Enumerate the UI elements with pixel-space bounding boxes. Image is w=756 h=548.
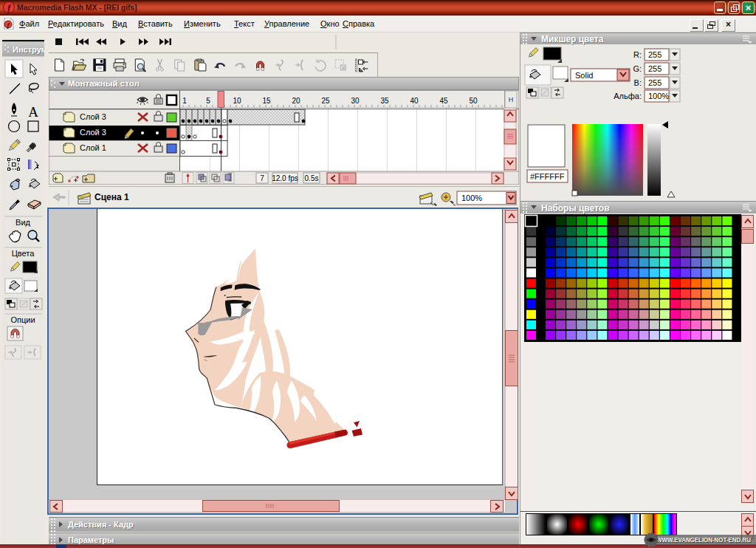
svg-text:100%: 100%	[461, 193, 482, 202]
svg-text:Solid: Solid	[575, 71, 593, 80]
svg-text:255: 255	[648, 78, 662, 87]
svg-text:255: 255	[648, 50, 662, 59]
svg-text:15: 15	[262, 97, 271, 105]
svg-text:Слой 3: Слой 3	[80, 128, 106, 137]
svg-text:Цвета: Цвета	[12, 249, 35, 258]
svg-text:35: 35	[380, 97, 389, 105]
svg-text:10: 10	[233, 97, 241, 105]
svg-text:5: 5	[206, 97, 210, 105]
svg-text:Слой 1: Слой 1	[80, 143, 106, 152]
svg-text:30: 30	[351, 97, 360, 105]
svg-text:0.5s: 0.5s	[305, 174, 319, 182]
svg-text:7: 7	[260, 174, 264, 182]
svg-text:255: 255	[648, 64, 662, 73]
svg-text:12.0 fps: 12.0 fps	[272, 174, 298, 182]
svg-text:G:: G:	[633, 64, 642, 73]
svg-text:Опции: Опции	[10, 315, 35, 324]
svg-text:45: 45	[439, 97, 448, 105]
svg-text:1: 1	[182, 97, 187, 105]
svg-text:Инструме: Инструме	[13, 45, 44, 54]
svg-text:Монтажный стол: Монтажный стол	[68, 79, 140, 88]
svg-text:100%: 100%	[648, 92, 669, 100]
svg-text:Вид: Вид	[16, 218, 30, 227]
svg-text:H: H	[509, 96, 514, 103]
svg-text:A: A	[28, 104, 38, 120]
svg-text:Сцена 1: Сцена 1	[94, 192, 129, 202]
svg-text:B:: B:	[634, 78, 642, 87]
svg-text:25: 25	[321, 97, 330, 105]
svg-text:#FFFFFF: #FFFFFF	[530, 172, 565, 181]
svg-text:Слой 3: Слой 3	[80, 112, 106, 121]
svg-text:Альфа:: Альфа:	[614, 92, 642, 100]
svg-text:R:: R:	[633, 50, 642, 59]
svg-text:20: 20	[292, 97, 300, 105]
svg-text:50: 50	[469, 97, 478, 105]
svg-text:40: 40	[410, 97, 419, 105]
